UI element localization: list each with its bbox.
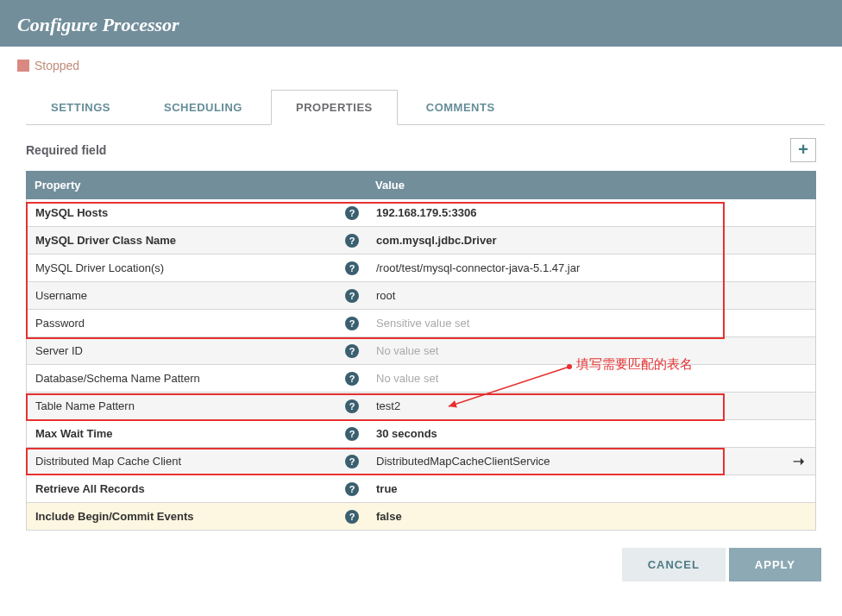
tab-settings[interactable]: SETTINGS [26,90,135,125]
property-name: MySQL Driver Class Name [35,234,176,247]
table-row[interactable]: Distributed Map Cache Client?Distributed… [27,448,815,475]
property-name: Include Begin/Commit Events [35,510,193,523]
plus-icon: + [798,140,808,159]
header-value: Value [367,171,782,199]
property-value[interactable]: 30 seconds [376,427,437,440]
table-row[interactable]: Retrieve All Records?true [27,475,815,503]
property-name: MySQL Driver Location(s) [35,261,164,274]
help-icon[interactable]: ? [345,510,359,524]
property-name: Database/Schema Name Pattern [35,372,200,385]
table-row[interactable]: Database/Schema Name Pattern?No value se… [27,365,815,393]
table-row[interactable]: MySQL Hosts?192.168.179.5:3306 [27,199,815,227]
property-name: Distributed Map Cache Client [35,455,181,468]
property-value[interactable]: com.mysql.jdbc.Driver [376,234,496,247]
tab-bar: SETTINGS SCHEDULING PROPERTIES COMMENTS [26,89,825,124]
table-row[interactable]: Max Wait Time?30 seconds [27,420,815,448]
property-value[interactable]: No value set [376,344,438,357]
table-row[interactable]: Include Begin/Commit Events?false [27,503,815,531]
help-icon[interactable]: ? [345,261,359,275]
header-property: Property [26,171,367,199]
help-icon[interactable]: ? [345,289,359,303]
status-row: Stopped [0,47,842,76]
property-value[interactable]: No value set [376,372,438,385]
properties-table: Property Value MySQL Hosts?192.168.179.5… [26,171,816,531]
table-row[interactable]: Server ID?No value set [27,337,815,365]
property-name: Table Name Pattern [35,399,135,412]
apply-button[interactable]: APPLY [729,548,821,581]
property-value[interactable]: DistributedMapCacheClientService [376,455,550,468]
help-icon[interactable]: ? [345,206,359,220]
goto-service-icon[interactable]: ➝ [793,453,804,469]
help-icon[interactable]: ? [345,399,359,413]
dialog-title: Configure Processor [0,0,842,47]
table-row[interactable]: Username?root [27,282,815,310]
property-name: Server ID [35,344,83,357]
tab-comments[interactable]: COMMENTS [401,90,520,125]
cancel-button[interactable]: CANCEL [622,548,726,581]
status-label: Stopped [35,59,79,72]
property-value[interactable]: false [376,510,402,523]
table-row[interactable]: MySQL Driver Class Name?com.mysql.jdbc.D… [27,227,815,255]
help-icon[interactable]: ? [345,455,359,468]
help-icon[interactable]: ? [345,427,359,441]
property-value[interactable]: /root/test/mysql-connector-java-5.1.47.j… [376,261,580,274]
table-body[interactable]: MySQL Hosts?192.168.179.5:3306MySQL Driv… [26,199,816,531]
property-value[interactable]: root [376,289,395,302]
tab-scheduling[interactable]: SCHEDULING [139,90,267,125]
property-name: Username [35,289,87,302]
property-value[interactable]: Sensitive value set [376,317,469,330]
property-name: Retrieve All Records [35,482,145,495]
help-icon[interactable]: ? [345,372,359,386]
property-value[interactable]: true [376,482,398,495]
tab-properties[interactable]: PROPERTIES [271,90,398,125]
property-name: Max Wait Time [35,427,113,440]
table-row[interactable]: Table Name Pattern?test2 [27,393,815,420]
stopped-icon [17,60,29,72]
property-value[interactable]: test2 [376,399,400,412]
help-icon[interactable]: ? [345,234,359,248]
help-icon[interactable]: ? [345,344,359,358]
configure-processor-dialog: Configure Processor Stopped SETTINGS SCH… [0,0,842,585]
add-property-button[interactable]: + [790,138,816,162]
help-icon[interactable]: ? [345,317,359,330]
dialog-footer: CANCEL APPLY [0,539,842,585]
help-icon[interactable]: ? [345,482,359,496]
property-value[interactable]: 192.168.179.5:3306 [376,206,476,219]
table-row[interactable]: MySQL Driver Location(s)?/root/test/mysq… [27,255,815,282]
content-area: Required field + Property Value MySQL Ho… [0,125,842,539]
required-field-label: Required field [26,143,106,157]
property-name: Password [35,317,85,330]
table-row[interactable]: Password?Sensitive value set [27,310,815,337]
property-name: MySQL Hosts [35,206,108,219]
